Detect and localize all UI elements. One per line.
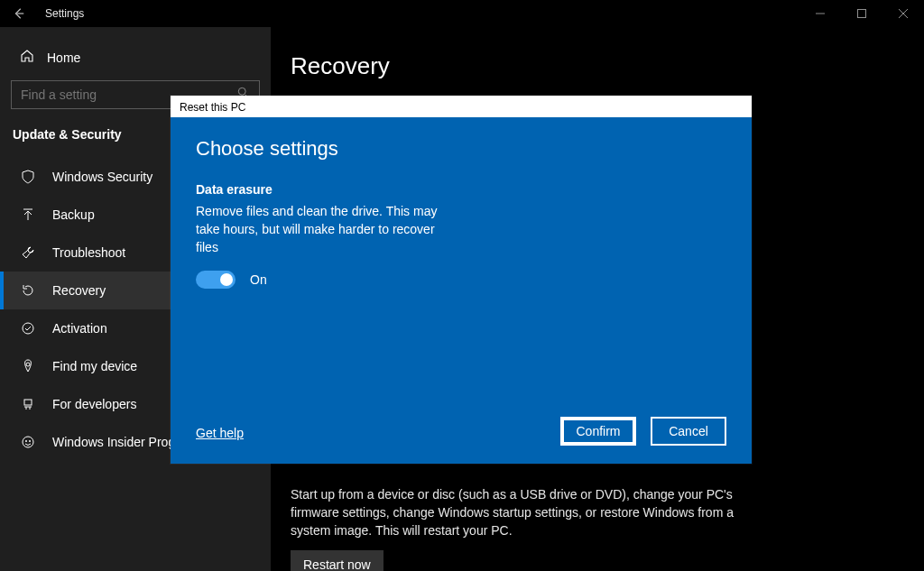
dialog-titlebar: Reset this PC <box>171 96 752 117</box>
back-icon[interactable] <box>13 7 25 20</box>
toggle-state-label: On <box>250 272 267 287</box>
svg-rect-10 <box>24 400 32 405</box>
restart-now-button[interactable]: Restart now <box>291 550 383 571</box>
advanced-startup-body: Start up from a device or disc (such as … <box>291 485 760 539</box>
svg-point-16 <box>29 440 31 442</box>
svg-point-15 <box>25 440 27 442</box>
data-erasure-toggle-row: On <box>196 271 726 289</box>
cancel-button[interactable]: Cancel <box>651 417 726 446</box>
sidebar-home[interactable]: Home <box>0 40 271 75</box>
page-title: Recovery <box>291 52 924 80</box>
sidebar-item-label: Recovery <box>52 283 106 298</box>
dialog-description: Remove files and clean the drive. This m… <box>196 202 457 256</box>
reset-pc-dialog: Reset this PC Choose settings Data erasu… <box>171 96 752 464</box>
titlebar-left: Settings <box>13 7 84 20</box>
backup-icon <box>20 207 36 223</box>
dialog-subheading: Data erasure <box>196 182 726 197</box>
data-erasure-toggle[interactable] <box>196 271 236 289</box>
settings-window: Settings Home Update & Security Windows … <box>0 0 924 571</box>
window-controls <box>799 0 924 27</box>
location-icon <box>20 358 36 374</box>
sidebar-home-label: Home <box>47 51 80 65</box>
sidebar-item-label: Find my device <box>52 359 137 373</box>
window-title: Settings <box>45 7 84 20</box>
minimize-button[interactable] <box>799 0 841 27</box>
sidebar-item-label: Windows Security <box>52 170 152 184</box>
confirm-button[interactable]: Confirm <box>560 417 636 446</box>
titlebar: Settings <box>0 0 924 27</box>
sidebar-item-label: Activation <box>52 321 107 336</box>
dialog-actions: Confirm Cancel <box>560 417 726 446</box>
home-icon <box>20 49 34 66</box>
dialog-heading: Choose settings <box>196 137 726 161</box>
svg-point-5 <box>238 87 245 95</box>
insider-icon <box>20 434 36 450</box>
sidebar-item-label: Troubleshoot <box>52 245 125 260</box>
developer-icon <box>20 396 36 412</box>
svg-rect-2 <box>858 10 866 18</box>
close-button[interactable] <box>882 0 924 27</box>
svg-point-9 <box>26 363 30 366</box>
maximize-button[interactable] <box>841 0 882 27</box>
sidebar-item-label: Backup <box>52 207 95 222</box>
get-help-link[interactable]: Get help <box>196 426 244 440</box>
shield-icon <box>20 169 36 185</box>
svg-point-8 <box>23 323 33 334</box>
sidebar-item-label: For developers <box>52 397 136 411</box>
check-icon <box>20 320 36 336</box>
dialog-body: Choose settings Data erasure Remove file… <box>171 117 752 464</box>
svg-point-14 <box>23 437 33 447</box>
recovery-icon <box>20 282 36 299</box>
advanced-startup-section: Start up from a device or disc (such as … <box>291 485 888 571</box>
wrench-icon <box>20 244 36 261</box>
